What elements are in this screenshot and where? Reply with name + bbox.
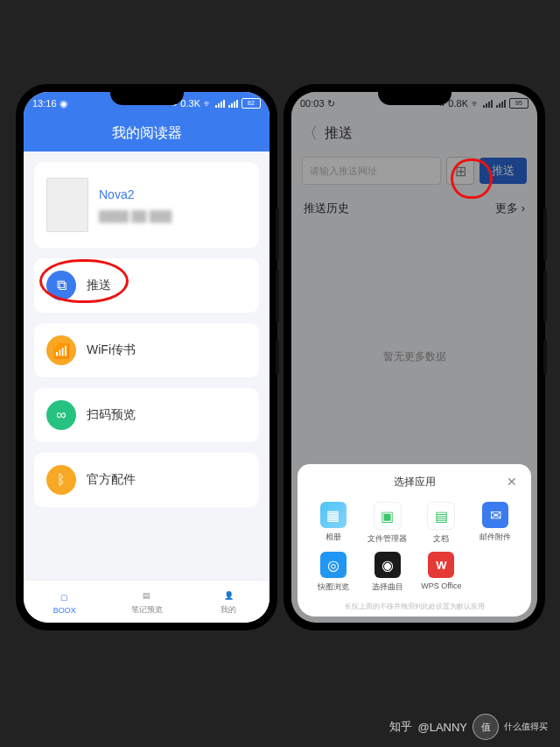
- app-label: WPS Office: [421, 581, 461, 590]
- menu-item-wifi[interactable]: 📶WiFi传书: [34, 323, 259, 377]
- menu-label: 推送: [87, 278, 111, 293]
- menu-label: 扫码预览: [87, 407, 136, 423]
- battery-icon: 82: [242, 98, 261, 109]
- wifi-icon: ᯤ: [203, 98, 213, 109]
- nav-icon: ▢: [57, 589, 73, 605]
- app-option[interactable]: ◉选择曲目: [362, 552, 413, 593]
- app-label: 选择曲目: [372, 581, 403, 593]
- share-icon: ∞: [46, 400, 76, 430]
- app-option[interactable]: ▣文件管理器: [362, 502, 413, 545]
- device-thumbnail: [46, 178, 88, 232]
- watermark: 知乎 @LANNY 值 什么值得买: [389, 714, 548, 740]
- menu-item-push[interactable]: ⧉推送: [34, 258, 259, 313]
- device-name: Nova2: [99, 187, 172, 201]
- badge-icon: 值: [472, 714, 499, 740]
- app-icon: ✉: [482, 502, 508, 528]
- signal-icon: [228, 100, 239, 108]
- sheet-title: 选择应用: [394, 476, 436, 488]
- device-card[interactable]: Nova2 ████ ██ ███: [34, 162, 259, 248]
- phone-right: 00:03 ↻ ⇅ 0.8K ᯤ 95 〈 推送 请输入推送网址: [285, 86, 543, 629]
- app-icon: ◉: [374, 552, 401, 578]
- sheet-hint: 长按上面的不移并拖滑到此处设置为默认应用: [304, 598, 524, 611]
- close-icon[interactable]: ✕: [507, 475, 517, 489]
- menu-item-acc[interactable]: ᛒ官方配件: [34, 453, 259, 507]
- app-label: 文件管理器: [368, 533, 407, 545]
- menu-label: 官方配件: [87, 472, 136, 488]
- app-option[interactable]: ▦相册: [308, 502, 359, 545]
- menu-item-scan[interactable]: ∞扫码预览: [34, 388, 259, 442]
- nav-tab-2[interactable]: 👤我的: [187, 581, 270, 623]
- nav-icon: ▤: [139, 588, 155, 603]
- camera-icon: ◉: [60, 98, 68, 109]
- app-option[interactable]: ◎快图浏览: [308, 552, 359, 593]
- nav-icon: 👤: [220, 588, 236, 603]
- app-option[interactable]: ▤文档: [416, 502, 467, 545]
- status-net: 0.3K: [180, 98, 200, 109]
- app-icon: W: [428, 552, 454, 578]
- signal-icon: [215, 100, 226, 108]
- device-id: ████ ██ ███: [99, 210, 172, 222]
- app-option[interactable]: ✉邮件附件: [470, 502, 521, 545]
- app-label: 快图浏览: [318, 581, 349, 593]
- screens-icon: ⧉: [46, 271, 76, 300]
- phone-left: 13:16 ◉ ⇅ 0.3K ᯤ 82 我的阅读器 Nova2: [18, 86, 276, 629]
- app-icon: ◎: [320, 552, 346, 578]
- nav-tab-0[interactable]: ▢BOOX: [24, 581, 106, 623]
- bluetooth-icon: ᛒ: [46, 465, 76, 495]
- app-label: 相册: [326, 532, 341, 543]
- app-icon: ▦: [320, 502, 346, 528]
- app-icon: ▣: [374, 502, 402, 530]
- wifi-doc-icon: 📶: [46, 335, 76, 365]
- app-chooser-sheet: 选择应用 ✕ ▦相册▣文件管理器▤文档✉邮件附件◎快图浏览◉选择曲目WWPS O…: [298, 464, 531, 617]
- app-label: 邮件附件: [480, 532, 511, 543]
- app-option[interactable]: WWPS Office: [416, 552, 467, 593]
- bottom-nav: ▢BOOX▤笔记预览👤我的: [24, 580, 270, 623]
- page-title: 我的阅读器: [24, 115, 270, 152]
- nav-tab-1[interactable]: ▤笔记预览: [106, 581, 188, 623]
- status-time: 13:16: [32, 98, 57, 109]
- app-label: 文档: [433, 533, 449, 545]
- app-icon: ▤: [427, 502, 455, 530]
- menu-label: WiFi传书: [87, 342, 136, 358]
